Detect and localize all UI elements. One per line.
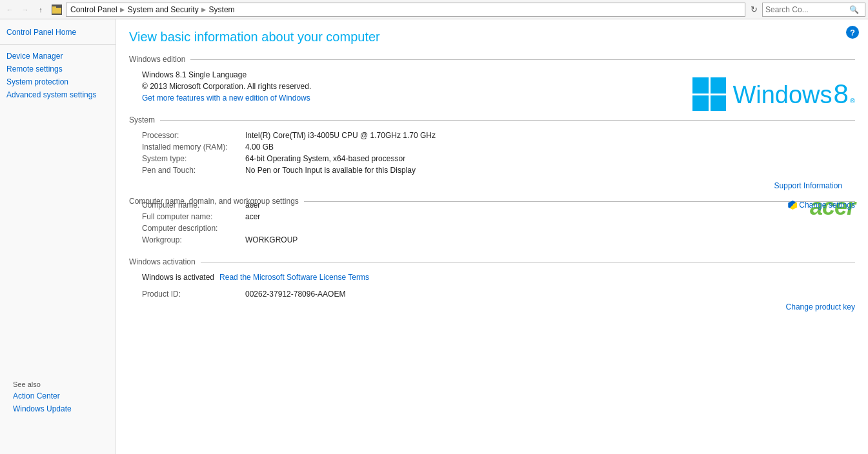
processor-value: Intel(R) Core(TM) i3-4005U CPU @ 1.70GHz…: [245, 131, 436, 140]
help-icon[interactable]: ?: [846, 26, 859, 39]
ram-row: Installed memory (RAM): 4.00 GB: [142, 143, 855, 152]
support-information-link[interactable]: Support Information: [129, 181, 855, 190]
address-path[interactable]: Control Panel ► System and Security ► Sy…: [66, 3, 745, 17]
path-system-security[interactable]: System and Security: [128, 5, 199, 14]
system-content: Processor: Intel(R) Core(TM) i3-4005U CP…: [129, 131, 855, 175]
see-also-section: See also Action Center Windows Update: [0, 377, 116, 415]
product-id-value: 00262-37912-78096-AAOEM: [245, 290, 345, 299]
product-id-label: Product ID:: [142, 290, 245, 299]
sidebar-item-system-protection[interactable]: System protection: [0, 75, 116, 88]
full-computer-name-row: Full computer name: acer: [142, 212, 855, 221]
computer-name-section-line: [304, 201, 855, 202]
full-computer-name-label: Full computer name:: [142, 212, 245, 221]
windows-edition-section-header: Windows edition: [129, 55, 855, 64]
ram-label: Installed memory (RAM):: [142, 143, 245, 152]
sidebar-item-advanced-system-settings[interactable]: Advanced system settings: [0, 88, 116, 101]
system-section-line: [160, 120, 855, 121]
product-id-row: Product ID: 00262-37912-78096-AAOEM: [142, 290, 855, 299]
win-pane-tr: [711, 77, 727, 94]
windows-text-logo: Windows 8 ®: [732, 81, 855, 108]
windows-logo-text: Windows: [732, 83, 832, 107]
computer-desc-label: Computer description:: [142, 224, 245, 233]
windows-registered-mark: ®: [850, 97, 855, 104]
workgroup-row: Workgroup: WORKGROUP: [142, 235, 855, 244]
page-title: View basic information about your comput…: [129, 30, 855, 44]
activation-section-title: Windows activation: [129, 257, 201, 266]
computer-desc-row: Computer description:: [142, 224, 855, 233]
windows-version-number: 8: [834, 81, 849, 108]
refresh-button[interactable]: ↻: [747, 3, 761, 17]
system-section-header: System: [129, 115, 855, 124]
full-computer-name-value: acer: [245, 212, 260, 221]
address-bar: ← → ↑ Control Panel ► System and Securit…: [0, 0, 868, 19]
main-layout: Control Panel Home Device Manager Remote…: [0, 19, 868, 454]
win-pane-br: [711, 95, 727, 112]
ram-value: 4.00 GB: [245, 143, 274, 152]
up-button[interactable]: ↑: [34, 3, 48, 17]
computer-name-section-header: Computer name, domain, and workgroup set…: [129, 197, 855, 206]
pen-touch-value: No Pen or Touch Input is available for t…: [245, 166, 416, 175]
change-settings-link[interactable]: Change settings: [788, 201, 855, 210]
activation-section-line: [201, 262, 855, 262]
computer-name-section-title: Computer name, domain, and workgroup set…: [129, 197, 304, 206]
search-box[interactable]: 🔍: [762, 3, 865, 17]
support-info-container: Support Information: [129, 181, 855, 190]
system-type-row: System type: 64-bit Operating System, x6…: [142, 154, 855, 163]
pen-touch-row: Pen and Touch: No Pen or Touch Input is …: [142, 166, 855, 175]
computer-name-content: Computer name: acer Full computer name: …: [129, 201, 855, 244]
sidebar-item-remote-settings[interactable]: Remote settings: [0, 63, 116, 75]
change-settings-label: Change settings: [799, 201, 855, 210]
sidebar: Control Panel Home Device Manager Remote…: [0, 19, 116, 454]
windows-logo-area: Windows 8 ®: [692, 77, 855, 111]
system-section-title: System: [129, 115, 160, 124]
forward-button[interactable]: →: [18, 3, 32, 17]
activation-status: Windows is activated: [142, 273, 214, 282]
workgroup-label: Workgroup:: [142, 235, 245, 244]
spacer: [142, 284, 855, 290]
path-control-panel[interactable]: Control Panel: [70, 5, 117, 14]
sidebar-nav-section: Control Panel Home Device Manager Remote…: [0, 26, 116, 101]
path-system[interactable]: System: [209, 5, 235, 14]
change-product-key-link[interactable]: Change product key: [786, 302, 855, 311]
processor-label: Processor:: [142, 131, 245, 140]
system-type-label: System type:: [142, 154, 245, 163]
back-button[interactable]: ←: [3, 3, 17, 17]
system-type-value: 64-bit Operating System, x64-based proce…: [245, 154, 405, 163]
processor-row: Processor: Intel(R) Core(TM) i3-4005U CP…: [142, 131, 855, 140]
win-pane-tl: [692, 77, 709, 94]
shield-icon: [788, 201, 797, 210]
activation-status-row: Windows is activated Read the Microsoft …: [142, 273, 855, 282]
get-more-features-link[interactable]: Get more features with a new edition of …: [142, 94, 310, 103]
sidebar-divider: [0, 44, 116, 44]
main-content: ? View basic information about your comp…: [116, 19, 868, 454]
activation-content: Windows is activated Read the Microsoft …: [129, 273, 855, 299]
sidebar-item-windows-update[interactable]: Windows Update: [6, 402, 110, 415]
folder-icon: [52, 5, 62, 15]
windows-edition-title: Windows edition: [129, 55, 190, 64]
search-icon: 🔍: [847, 5, 861, 14]
sidebar-item-device-manager[interactable]: Device Manager: [0, 50, 116, 63]
read-license-link[interactable]: Read the Microsoft Software License Term…: [219, 273, 369, 282]
svg-rect-1: [52, 6, 56, 9]
sidebar-item-control-panel-home[interactable]: Control Panel Home: [0, 26, 116, 39]
workgroup-value: WORKGROUP: [245, 235, 298, 244]
search-input[interactable]: [763, 5, 847, 14]
sidebar-item-action-center[interactable]: Action Center: [6, 390, 110, 402]
pen-touch-label: Pen and Touch:: [142, 166, 245, 175]
activation-section-header: Windows activation: [129, 257, 855, 266]
win-pane-bl: [692, 95, 709, 112]
windows-edition-line: [190, 59, 855, 60]
windows-logo-icon: [692, 77, 726, 111]
see-also-heading: See also: [6, 377, 110, 390]
